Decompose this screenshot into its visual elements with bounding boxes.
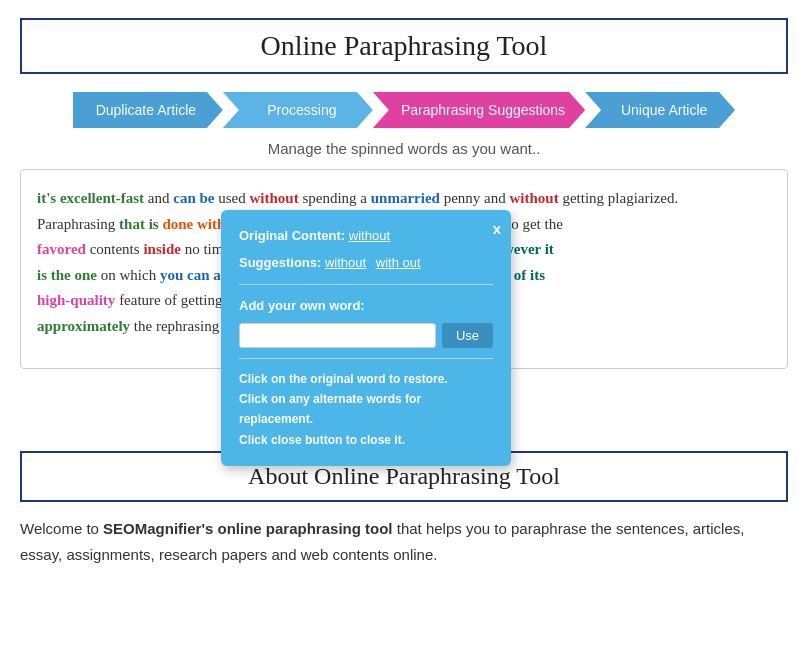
popup-instruction-2: Click on any alternate words for replace…	[239, 389, 493, 430]
popup-original-word[interactable]: without	[349, 228, 390, 243]
word-approximately[interactable]: approximately	[37, 318, 130, 334]
word-without2[interactable]: without	[509, 190, 558, 206]
step-duplicate[interactable]: Duplicate Article	[73, 92, 223, 128]
popup-custom-word-input[interactable]	[239, 323, 436, 348]
subtitle: Manage the spinned words as you want..	[20, 140, 788, 157]
word-unmarried[interactable]: unmarried	[371, 190, 440, 206]
page-title: Online Paraphrasing Tool	[42, 30, 766, 62]
steps-bar: Duplicate Article Processing Paraphrasin…	[20, 92, 788, 128]
word-high-quality[interactable]: high-quality	[37, 292, 115, 308]
step-paraphrasing[interactable]: Paraphrasing Suggestions	[373, 92, 585, 128]
popup-suggestions-label: Suggestions:	[239, 255, 321, 270]
popup-instruction-1: Click on the original word to restore.	[239, 369, 493, 389]
about-paragraph-1: Welcome to SEOMagnifier's online paraphr…	[20, 516, 788, 567]
about-intro: Welcome to	[20, 520, 103, 537]
step-paraphrasing-label: Paraphrasing Suggestions	[401, 102, 565, 118]
popup-suggestion-2[interactable]: with out	[376, 255, 421, 270]
word-favored[interactable]: favored	[37, 241, 86, 257]
word-can-be[interactable]: can be	[173, 190, 214, 206]
step-processing-label: Processing	[267, 102, 336, 118]
about-title: About Online Paraphrasing Tool	[42, 463, 766, 490]
word-that-is[interactable]: that is	[119, 216, 159, 232]
popup-divider2	[239, 358, 493, 359]
popup-input-row: Use	[239, 323, 493, 348]
popup-original-label: Original Content:	[239, 228, 345, 243]
popup-suggestions-row: Suggestions: without with out	[239, 253, 493, 274]
word-without1[interactable]: without	[249, 190, 298, 206]
popup-close-button[interactable]: x	[493, 216, 501, 242]
step-processing[interactable]: Processing	[223, 92, 373, 128]
about-text: Welcome to SEOMagnifier's online paraphr…	[20, 516, 788, 567]
suggestion-popup: x Original Content: without Suggestions:…	[221, 210, 511, 466]
step-duplicate-label: Duplicate Article	[96, 102, 196, 118]
word-inside[interactable]: inside	[143, 241, 181, 257]
step-unique-label: Unique Article	[621, 102, 707, 118]
popup-overlay: x Original Content: without Suggestions:…	[221, 210, 511, 466]
popup-original-row: Original Content: without	[239, 226, 493, 247]
content-area: it's excellent-fast and can be used with…	[20, 169, 788, 369]
popup-divider	[239, 284, 493, 285]
main-title-box: Online Paraphrasing Tool	[20, 18, 788, 74]
popup-instructions: Click on the original word to restore. C…	[239, 369, 493, 451]
step-unique[interactable]: Unique Article	[585, 92, 735, 128]
popup-add-label: Add your own word:	[239, 295, 493, 317]
popup-suggestion-1[interactable]: without	[325, 255, 366, 270]
popup-use-button[interactable]: Use	[442, 323, 493, 348]
about-brand: SEOMagnifier's online paraphrasing tool	[103, 520, 392, 537]
popup-instruction-3: Click close button to close it.	[239, 430, 493, 450]
word-is-the-one[interactable]: is the one	[37, 267, 97, 283]
word-excellent[interactable]: it's excellent-fast	[37, 190, 144, 206]
